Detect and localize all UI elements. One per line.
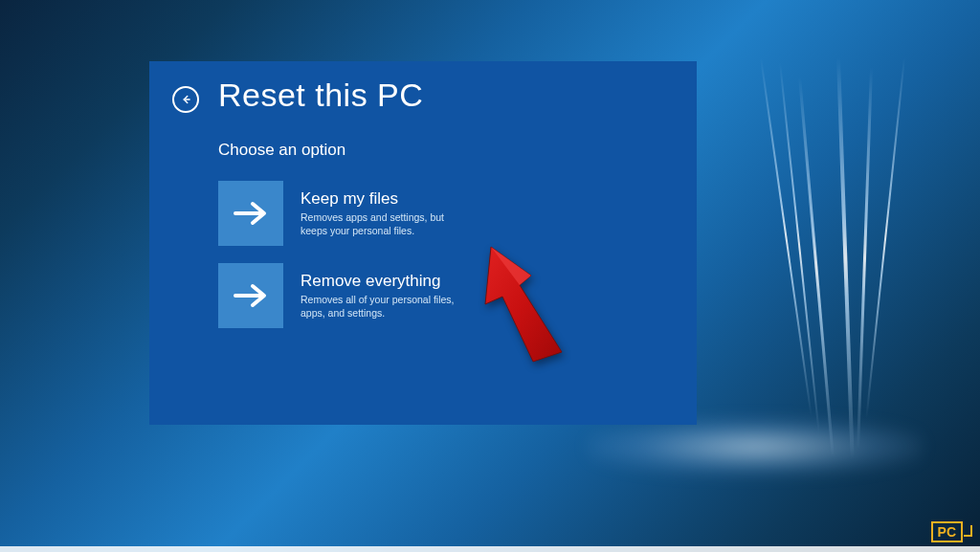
option-title: Keep my files: [301, 189, 505, 209]
option-description: Removes apps and settings, but keeps you…: [301, 210, 473, 237]
option-keep-my-files[interactable]: Keep my files Removes apps and settings,…: [218, 181, 505, 246]
background-glow: [588, 418, 923, 475]
back-arrow-icon: [179, 93, 192, 106]
bottom-border: [0, 546, 980, 552]
annotation-arrow-icon: [474, 239, 579, 373]
dialog-body: Choose an option Keep my files Removes a…: [218, 141, 674, 328]
back-button[interactable]: [172, 86, 199, 113]
watermark: PC: [931, 521, 963, 542]
dialog-header: Reset this PC: [172, 77, 674, 114]
dialog-subtitle: Choose an option: [218, 141, 674, 160]
arrow-right-icon: [218, 263, 283, 328]
reset-pc-dialog: Reset this PC Choose an option Keep my f…: [149, 61, 697, 425]
arrow-right-icon: [218, 181, 283, 246]
dialog-title: Reset this PC: [218, 77, 423, 114]
watermark-badge: PC: [931, 521, 963, 542]
option-remove-everything[interactable]: Remove everything Removes all of your pe…: [218, 263, 505, 328]
option-description: Removes all of your personal files, apps…: [301, 293, 473, 320]
option-text: Keep my files Removes apps and settings,…: [301, 189, 505, 237]
watermark-label: PC: [938, 524, 956, 540]
